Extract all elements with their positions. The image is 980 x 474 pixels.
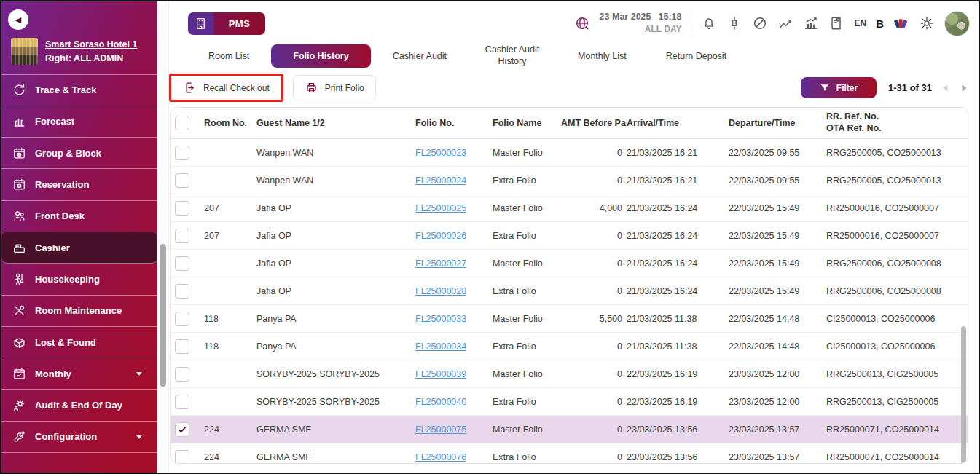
- sidebar-item-configuration[interactable]: Configuration: [1, 422, 157, 453]
- table-row[interactable]: 118 Panya PA FL25000033 Master Folio 5,5…: [171, 305, 968, 333]
- baht-icon[interactable]: B: [726, 15, 742, 31]
- tab-cashier-audit-history[interactable]: Cashier Audit History: [469, 43, 556, 68]
- table-row[interactable]: SORYBY-2025 SORYBY-2025 FL25000040 Extra…: [171, 388, 968, 416]
- tab-monthly-list[interactable]: Monthly List: [560, 45, 644, 67]
- tab-folio-history[interactable]: Folio History: [271, 44, 370, 68]
- row-checkbox[interactable]: [175, 367, 189, 382]
- filter-button[interactable]: Filter: [801, 77, 877, 98]
- col-folio-no: Folio No.: [415, 118, 493, 128]
- folio-link[interactable]: FL25000040: [415, 397, 466, 407]
- sidebar-item-trace-track[interactable]: Trace & Track: [1, 75, 157, 106]
- table-row[interactable]: Jafia OP FL25000027 Master Folio 0 21/03…: [171, 250, 968, 277]
- sidebar-item-reservation[interactable]: Reservation: [1, 169, 157, 200]
- tab-return-deposit[interactable]: Return Deposit: [648, 45, 744, 67]
- sidebar: ◀ Smart Soraso Hotel 1 Right: ALL ADMIN …: [1, 1, 157, 473]
- folio-link[interactable]: FL25000075: [415, 424, 466, 435]
- row-checkbox[interactable]: [175, 339, 189, 354]
- language-label[interactable]: EN: [854, 18, 866, 28]
- folio-link[interactable]: FL25000039: [415, 369, 466, 379]
- cell-departure-time: 23/03/2025 12:00: [729, 369, 826, 379]
- table-scrollbar-thumb[interactable]: [961, 326, 966, 464]
- select-all-checkbox[interactable]: [175, 116, 189, 130]
- cell-room-no: 207: [204, 203, 256, 213]
- folio-link[interactable]: FL25000026: [415, 231, 466, 241]
- sidebar-item-housekeeping[interactable]: Housekeeping: [1, 264, 157, 295]
- folio-link[interactable]: FL25000024: [415, 175, 466, 186]
- row-checkbox[interactable]: [175, 284, 189, 299]
- folio-link[interactable]: FL25000028: [415, 286, 466, 296]
- user-avatar[interactable]: [944, 11, 970, 36]
- circle-slash-icon[interactable]: [752, 15, 768, 31]
- sidebar-item-front-desk[interactable]: Front Desk: [1, 201, 157, 232]
- bell-icon[interactable]: [701, 15, 717, 31]
- table-row[interactable]: SORYBY-2025 SORYBY-2025 FL25000039 Maste…: [171, 360, 968, 388]
- cell-guest-name: Jafia OP: [256, 286, 415, 296]
- tab-room-list[interactable]: Room List: [191, 45, 267, 67]
- tab-cashier-audit[interactable]: Cashier Audit: [375, 45, 464, 67]
- col-amt-before-paid: AMT Before Paid: [561, 118, 627, 128]
- cell-guest-name: Wanpen WAN: [256, 148, 415, 158]
- print-folio-button[interactable]: Print Folio: [293, 75, 376, 100]
- folio-link[interactable]: FL25000034: [415, 341, 466, 352]
- ledger-icon[interactable]: [828, 15, 844, 31]
- table-row[interactable]: Jafia OP FL25000028 Extra Folio 0 21/03/…: [171, 277, 968, 305]
- sidebar-item-room-maintenance[interactable]: Room Maintenance: [1, 296, 157, 327]
- gear-icon[interactable]: [919, 15, 935, 31]
- row-checkbox[interactable]: [175, 173, 189, 188]
- line-chart-icon[interactable]: [777, 15, 793, 31]
- table-row[interactable]: 207 Jafia OP FL25000025 Master Folio 4,0…: [171, 194, 968, 222]
- action-bar: Recall Check out Print Folio Filter 1-31…: [169, 71, 979, 103]
- sidebar-item-monthly[interactable]: Monthly: [1, 358, 157, 390]
- sidebar-collapse-button[interactable]: ◀: [8, 9, 28, 30]
- row-checkbox[interactable]: [175, 450, 189, 465]
- folio-link[interactable]: FL25000025: [415, 203, 466, 213]
- folio-link[interactable]: FL25000023: [415, 148, 466, 158]
- table-row[interactable]: 224 GERMA SMF FL25000076 Extra Folio 0 2…: [171, 443, 968, 464]
- row-checkbox[interactable]: [175, 229, 189, 243]
- sidebar-item-label: Configuration: [35, 431, 97, 442]
- printer-icon: [305, 81, 318, 95]
- cell-departure-time: 22/03/2025 15:49: [729, 286, 826, 296]
- recall-checkout-button[interactable]: Recall Check out: [172, 76, 281, 99]
- cell-arrival-time: 21/03/2025 16:24: [627, 231, 729, 241]
- cell-guest-name: Wanpen WAN: [256, 175, 415, 186]
- top-bar: PMS 23 Mar 2025 15:18 ALL DAY BENB: [169, 1, 979, 36]
- cell-arrival-time: 21/03/2025 16:24: [627, 258, 729, 269]
- wrench-icon: [12, 430, 26, 444]
- hotel-name-link[interactable]: Smart Soraso Hotel 1: [45, 38, 137, 52]
- row-checkbox[interactable]: [175, 395, 189, 409]
- row-checkbox[interactable]: [175, 422, 189, 437]
- table-row[interactable]: Wanpen WAN FL25000024 Extra Folio 0 21/0…: [171, 167, 968, 194]
- table-row[interactable]: Wanpen WAN FL25000023 Master Folio 0 21/…: [171, 139, 968, 167]
- bar-chart-icon[interactable]: [803, 15, 819, 31]
- chevron-right-icon[interactable]: [960, 84, 968, 92]
- row-checkbox[interactable]: [175, 201, 189, 216]
- sidebar-item-audit-end-of-day[interactable]: Audit & End Of Day: [1, 390, 157, 421]
- palette-icon[interactable]: [893, 15, 909, 31]
- row-checkbox[interactable]: [175, 256, 189, 271]
- folio-link[interactable]: FL25000076: [415, 452, 466, 462]
- sidebar-scrollbar-thumb[interactable]: [160, 244, 166, 387]
- cell-ref-no: CI25000013, CO25000006: [826, 341, 962, 352]
- table-row[interactable]: 118 Panya PA FL25000034 Extra Folio 0 21…: [171, 333, 968, 360]
- table-row[interactable]: 224 GERMA SMF FL25000075 Master Folio 0 …: [171, 416, 968, 443]
- sidebar-item-lost-found[interactable]: Lost & Found: [1, 327, 157, 358]
- row-checkbox[interactable]: [175, 312, 189, 326]
- chevron-left-icon[interactable]: [941, 84, 950, 92]
- sidebar-item-label: Housekeeping: [35, 274, 100, 285]
- sidebar-item-cashier[interactable]: Cashier: [1, 232, 157, 264]
- sidebar-item-forecast[interactable]: Forecast: [1, 106, 157, 138]
- pms-label: PMS: [213, 12, 265, 35]
- pms-button[interactable]: PMS: [188, 12, 265, 35]
- folio-link[interactable]: FL25000027: [415, 258, 466, 269]
- b-label[interactable]: B: [876, 17, 884, 30]
- sidebar-scrollbar[interactable]: [157, 1, 169, 473]
- cell-arrival-time: 22/03/2025 16:19: [627, 369, 729, 379]
- table-row[interactable]: 207 Jafia OP FL25000026 Extra Folio 0 21…: [171, 222, 968, 250]
- user-rights-label: Right: ALL ADMIN: [45, 52, 137, 66]
- sidebar-item-group-block[interactable]: Group & Block: [1, 138, 157, 169]
- cell-departure-time: 22/03/2025 15:49: [729, 258, 826, 269]
- row-checkbox[interactable]: [175, 146, 189, 160]
- tab-bar: Room ListFolio HistoryCashier AuditCashi…: [169, 36, 979, 71]
- folio-link[interactable]: FL25000033: [415, 314, 466, 324]
